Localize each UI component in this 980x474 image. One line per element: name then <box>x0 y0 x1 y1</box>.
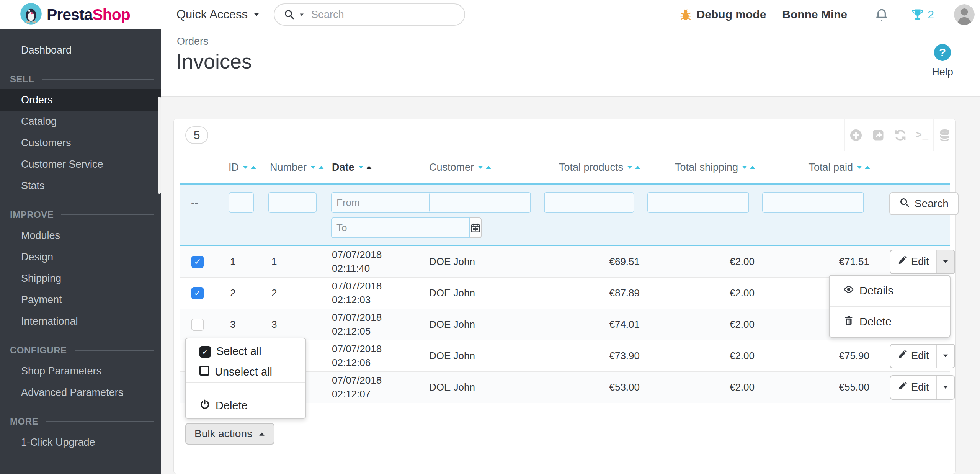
sort-carets-icon[interactable] <box>627 165 641 170</box>
sidebar-item-customer-service[interactable]: Customer Service <box>0 154 161 175</box>
sort-desc-icon[interactable] <box>627 166 632 168</box>
sidebar-item-catalog[interactable]: Catalog <box>0 111 161 132</box>
sort-desc-icon[interactable] <box>311 166 315 168</box>
refresh-button[interactable] <box>889 119 911 151</box>
search-icon[interactable] <box>284 9 295 20</box>
global-search-input[interactable] <box>311 9 457 21</box>
date-to-calendar-button[interactable] <box>470 217 482 238</box>
edit-dropdown-toggle[interactable] <box>936 250 954 273</box>
sort-desc-icon[interactable] <box>857 166 861 168</box>
sort-carets-icon[interactable] <box>742 165 756 170</box>
header-right-cluster: Debug mode Bonne Mine 2 <box>679 4 980 25</box>
row-date: 07/07/2018 <box>332 342 382 356</box>
filter-total-products-input[interactable] <box>544 192 634 213</box>
edit-dropdown-toggle[interactable] <box>936 376 954 399</box>
power-icon <box>199 399 210 412</box>
row-actions-dropdown-menu: DetailsDelete <box>829 275 951 338</box>
sidebar-scrollbar[interactable] <box>158 97 161 194</box>
bulk-menu-item-select-all[interactable]: ✓Select all <box>186 341 305 361</box>
sort-asc-icon[interactable] <box>251 166 256 169</box>
user-avatar[interactable] <box>954 4 975 25</box>
edit-button-label: Edit <box>911 350 929 362</box>
row-menu-item-delete[interactable]: Delete <box>830 307 950 337</box>
sidebar-item-international[interactable]: International <box>0 311 161 332</box>
column-header-total-shipping[interactable]: Total shipping <box>647 162 762 173</box>
edit-button[interactable]: Edit <box>890 375 955 400</box>
global-search[interactable] <box>274 3 465 26</box>
sidebar-item-advanced-parameters[interactable]: Advanced Parameters <box>0 382 161 403</box>
column-header-total-paid[interactable]: Total paid <box>762 162 877 173</box>
sort-asc-icon[interactable] <box>486 166 491 169</box>
sidebar-item-shipping[interactable]: Shipping <box>0 268 161 289</box>
sidebar-item-orders[interactable]: Orders <box>0 89 161 111</box>
search-scope-chevron-icon[interactable] <box>300 13 304 16</box>
pencil-icon <box>897 381 907 394</box>
bulk-menu-item-delete[interactable]: Delete <box>186 393 305 418</box>
sort-asc-icon[interactable] <box>366 166 371 169</box>
filter-customer-input[interactable] <box>429 192 531 213</box>
row-time: 02:11:40 <box>332 262 370 275</box>
quick-access-menu[interactable]: Quick Access <box>176 8 260 21</box>
sidebar-item-modules[interactable]: Modules <box>0 225 161 246</box>
sort-asc-icon[interactable] <box>635 166 640 169</box>
prestashop-logo[interactable]: PrestaShop <box>0 3 161 26</box>
filter-id-cell <box>215 192 268 213</box>
sidebar-item-design[interactable]: Design <box>0 246 161 268</box>
filter-number-input[interactable] <box>268 192 317 213</box>
bulk-actions-button[interactable]: Bulk actions <box>185 423 274 445</box>
sidebar-item-stats[interactable]: Stats <box>0 175 161 196</box>
edit-button-main[interactable]: Edit <box>890 345 936 368</box>
sort-carets-icon[interactable] <box>478 165 492 170</box>
sort-desc-icon[interactable] <box>359 166 363 168</box>
achievements-trophy-icon[interactable]: 2 <box>911 8 934 21</box>
edit-button[interactable]: Edit <box>890 250 955 274</box>
column-header-number[interactable]: Number <box>268 162 330 173</box>
sort-carets-icon[interactable] <box>857 165 871 170</box>
filter-id-input[interactable] <box>229 192 254 213</box>
sort-desc-icon[interactable] <box>742 166 746 168</box>
search-button-label: Search <box>915 198 949 210</box>
row-checkbox[interactable]: ✓ <box>191 256 204 268</box>
edit-button-main[interactable]: Edit <box>890 250 936 273</box>
sql-query-button[interactable]: >_ <box>911 119 933 151</box>
breadcrumb[interactable]: Orders <box>177 36 209 47</box>
row-checkbox[interactable] <box>191 319 204 331</box>
sort-desc-icon[interactable] <box>243 166 247 168</box>
column-header-total-products[interactable]: Total products <box>544 162 647 173</box>
sidebar-item-shop-parameters[interactable]: Shop Parameters <box>0 360 161 382</box>
database-button[interactable] <box>933 119 956 151</box>
help-button[interactable]: ? Help <box>929 44 956 78</box>
edit-button[interactable]: Edit <box>890 344 955 368</box>
filter-date-to-input[interactable] <box>331 217 470 238</box>
sidebar-item-payment[interactable]: Payment <box>0 289 161 311</box>
row-date: 07/07/2018 <box>332 374 382 387</box>
filter-total-paid-input[interactable] <box>762 192 864 213</box>
export-button[interactable] <box>867 119 889 151</box>
sort-asc-icon[interactable] <box>750 166 755 169</box>
sort-asc-icon[interactable] <box>865 166 870 169</box>
sidebar-item-customers[interactable]: Customers <box>0 132 161 154</box>
column-header-date[interactable]: Date <box>330 162 429 173</box>
sort-carets-icon[interactable] <box>243 165 257 170</box>
sidebar-item-dashboard[interactable]: Dashboard <box>0 39 161 61</box>
edit-dropdown-toggle[interactable] <box>936 345 954 368</box>
edit-button-main[interactable]: Edit <box>890 376 936 399</box>
top-header-bar: PrestaShop Quick Access Debug mode Bonne… <box>0 0 980 29</box>
row-total-paid-cell: €71.51 <box>762 256 877 268</box>
sidebar-item-1-click-upgrade[interactable]: 1-Click Upgrade <box>0 432 161 453</box>
sort-carets-icon[interactable] <box>310 165 325 170</box>
column-header-customer[interactable]: Customer <box>429 162 544 173</box>
shop-name-link[interactable]: Bonne Mine <box>782 8 847 21</box>
add-button[interactable] <box>844 119 867 151</box>
sort-asc-icon[interactable] <box>318 166 324 169</box>
row-menu-item-details[interactable]: Details <box>830 276 950 306</box>
sort-desc-icon[interactable] <box>478 166 482 168</box>
filter-total-shipping-input[interactable] <box>647 192 749 213</box>
search-button[interactable]: Search <box>889 192 959 215</box>
column-header-id[interactable]: ID <box>215 162 268 173</box>
row-checkbox-cell <box>180 319 215 331</box>
row-checkbox[interactable]: ✓ <box>191 287 204 299</box>
notifications-bell-icon[interactable] <box>874 7 889 23</box>
bulk-menu-item-unselect-all[interactable]: Unselect all <box>186 361 305 382</box>
sort-carets-icon[interactable] <box>358 165 372 170</box>
